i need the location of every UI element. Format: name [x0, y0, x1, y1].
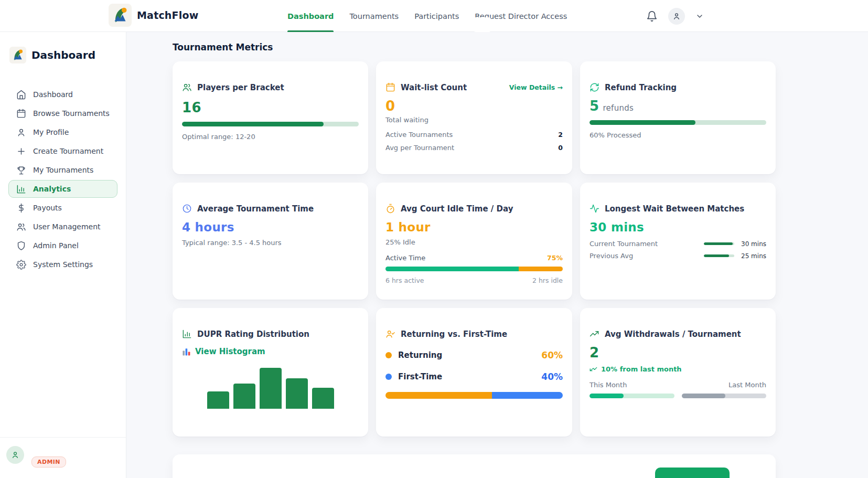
- admin-role-badge: ADMIN: [31, 456, 66, 468]
- card-court-idle-time: Avg Court Idle Time / Day 1 hour 25% Idl…: [376, 183, 572, 300]
- card-dupr-distribution: DUPR Rating Distribution View Histogram: [173, 308, 368, 437]
- longest-wait-value: 30 mins: [590, 220, 766, 234]
- mini-histogram-icon: [182, 347, 191, 356]
- page-title: Tournament Metrics: [173, 42, 868, 52]
- sidebar-item-admin-panel[interactable]: Admin Panel: [8, 237, 117, 254]
- card-title: Avg Withdrawals / Tournament: [605, 330, 741, 339]
- waitlist-value: 0: [385, 98, 563, 114]
- refunds-progress-fill: [590, 120, 695, 125]
- matchflow-logo-icon: [109, 4, 132, 27]
- row-label: Previous Avg: [590, 252, 704, 260]
- returning-stacked-bar: [385, 392, 563, 399]
- sidebar-item-system-settings[interactable]: System Settings: [8, 256, 117, 273]
- sidebar-menu: Dashboard Browse Tournaments My Profile …: [0, 86, 126, 273]
- withdrawals-trend: 10% from last month: [601, 365, 682, 373]
- row-label: Returning: [398, 350, 541, 360]
- nav-participants[interactable]: Participants: [414, 0, 459, 32]
- row-value: 60%: [541, 350, 563, 360]
- view-histogram-link[interactable]: View Histogram: [195, 347, 265, 356]
- active-time-pct: 75%: [547, 254, 563, 262]
- bell-icon[interactable]: [646, 10, 658, 22]
- nav-tournaments[interactable]: Tournaments: [349, 0, 399, 32]
- dollar-icon: [16, 203, 26, 213]
- top-navigation: Dashboard Tournaments Participants Reque…: [287, 0, 567, 32]
- trending-down-icon: [590, 365, 597, 373]
- card-title: Average Tournament Time: [197, 204, 314, 214]
- histogram-bar: [260, 368, 282, 409]
- active-segment: [385, 267, 519, 271]
- sidebar-item-label: Payouts: [33, 204, 62, 212]
- main-content: Tournament Metrics Players per Bracket 1…: [126, 32, 868, 478]
- bar-chart-icon: [16, 184, 26, 194]
- refresh-icon: [590, 82, 599, 92]
- brand-name: MatchFlow: [137, 9, 199, 21]
- sidebar-brand: Dashboard: [0, 32, 126, 63]
- row-value: 0: [558, 144, 563, 152]
- trophy-icon: [16, 165, 26, 175]
- players-note: Optimal range: 12-20: [182, 133, 359, 141]
- players-icon: [182, 82, 192, 92]
- sidebar-item-my-tournaments[interactable]: My Tournaments: [8, 161, 117, 179]
- dupr-histogram: [207, 367, 359, 409]
- withdrawals-value: 2: [590, 345, 766, 360]
- row-label: Active Tournaments: [385, 131, 453, 139]
- active-time-label: Active Time: [385, 254, 425, 262]
- clock-icon: [182, 204, 192, 214]
- idle-segment: [519, 267, 563, 271]
- histogram-bar: [286, 378, 308, 409]
- nav-dashboard[interactable]: Dashboard: [287, 0, 334, 32]
- card-waitlist-count: Wait-list Count View Details → 0 Total w…: [376, 61, 572, 174]
- user-avatar[interactable]: [668, 8, 685, 25]
- sidebar-item-payouts[interactable]: Payouts: [8, 199, 117, 217]
- first-time-segment: [492, 392, 563, 399]
- sidebar-item-dashboard[interactable]: Dashboard: [8, 86, 117, 103]
- users-icon: [16, 222, 26, 232]
- header-white-notch: [474, 17, 491, 32]
- card-longest-wait: Longest Wait Between Matches 30 mins Cur…: [580, 183, 776, 300]
- bottom-green-button[interactable]: [655, 468, 730, 478]
- sidebar-user-avatar[interactable]: [6, 446, 24, 464]
- row-value: 25 mins: [739, 252, 766, 260]
- idle-foot-left: 6 hrs active: [385, 277, 424, 284]
- row-bar-fill: [704, 254, 729, 257]
- user-icon: [16, 128, 26, 137]
- this-month-bar-fill: [590, 394, 624, 398]
- card-title: Avg Court Idle Time / Day: [401, 204, 513, 214]
- this-month-label: This Month: [590, 381, 627, 389]
- card-refund-tracking: Refund Tracking 5refunds 60% Processed: [580, 61, 776, 174]
- returning-segment: [385, 392, 492, 399]
- activity-icon: [590, 204, 599, 214]
- sidebar-item-label: User Management: [33, 222, 101, 231]
- waitlist-row: Avg per Tournament 0: [385, 144, 563, 152]
- view-details-link[interactable]: View Details →: [509, 83, 563, 91]
- returning-row: Returning 60%: [385, 350, 563, 360]
- bottom-wide-card: [173, 454, 776, 478]
- sidebar: Dashboard Dashboard Browse Tournaments M…: [0, 32, 126, 478]
- idle-subtitle: 25% Idle: [385, 238, 563, 246]
- sidebar-item-analytics[interactable]: Analytics: [8, 180, 117, 198]
- card-title: DUPR Rating Distribution: [197, 330, 309, 339]
- this-month-bar-track: [590, 394, 674, 398]
- trending-up-icon: [590, 329, 599, 339]
- row-value: 40%: [541, 371, 563, 382]
- calendar-icon: [16, 109, 26, 119]
- chevron-down-icon[interactable]: [695, 12, 704, 20]
- row-bar-track: [704, 242, 734, 245]
- sidebar-item-create-tournament[interactable]: Create Tournament: [8, 142, 117, 160]
- blue-dot-icon: [385, 374, 392, 380]
- sidebar-item-user-management[interactable]: User Management: [8, 218, 117, 236]
- sidebar-item-my-profile[interactable]: My Profile: [8, 123, 117, 141]
- sidebar-title: Dashboard: [31, 49, 95, 61]
- histogram-bar: [233, 384, 255, 409]
- card-players-per-bracket: Players per Bracket 16 Optimal range: 12…: [173, 61, 368, 174]
- orange-dot-icon: [385, 352, 392, 358]
- card-title: Refund Tracking: [605, 83, 677, 92]
- header-actions: [646, 0, 704, 32]
- waitlist-row: Active Tournaments 2: [385, 131, 563, 139]
- sidebar-item-label: My Tournaments: [33, 166, 93, 174]
- sidebar-item-browse-tournaments[interactable]: Browse Tournaments: [8, 104, 117, 122]
- refunds-unit: refunds: [603, 103, 634, 113]
- metrics-grid: Players per Bracket 16 Optimal range: 12…: [173, 61, 776, 437]
- refunds-progress-track: [590, 120, 766, 125]
- longest-wait-row: Current Tournament 30 mins: [590, 240, 766, 248]
